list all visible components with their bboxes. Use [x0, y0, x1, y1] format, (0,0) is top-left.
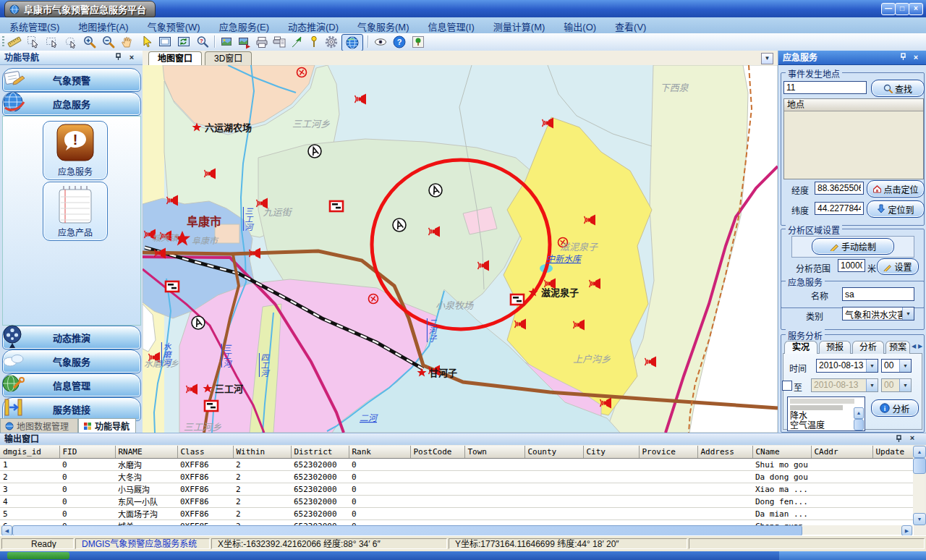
- settings-gear-icon[interactable]: [323, 34, 340, 50]
- tab-dropdown-button[interactable]: ▼: [761, 53, 773, 64]
- shelter-flag-icon[interactable]: [205, 401, 218, 411]
- column-header[interactable]: Town: [464, 446, 524, 459]
- search-button[interactable]: 查找: [871, 80, 925, 97]
- monitor-station-icon[interactable]: [429, 184, 442, 197]
- menu-item[interactable]: 系统管理(S): [0, 17, 69, 33]
- set-range-button[interactable]: 设置: [877, 258, 919, 275]
- column-header[interactable]: CName: [752, 446, 811, 459]
- emergency-product-button[interactable]: 应急产品: [43, 182, 108, 241]
- pan-hand-icon[interactable]: [119, 34, 136, 50]
- overview-tree-icon[interactable]: [409, 34, 427, 50]
- pin-icon[interactable]: [899, 53, 909, 63]
- longitude-input[interactable]: [815, 182, 864, 195]
- tab-3d-view[interactable]: 3D窗口: [205, 51, 252, 66]
- identify-icon[interactable]: ?: [194, 34, 211, 50]
- measure-icon[interactable]: [6, 34, 23, 50]
- select-element-icon[interactable]: [288, 34, 305, 50]
- zoom-in-icon[interactable]: [81, 34, 98, 50]
- restore-button[interactable]: □: [895, 3, 909, 15]
- column-header[interactable]: RNAME: [115, 446, 177, 459]
- pin-icon[interactable]: [894, 435, 904, 445]
- scroll-up-icon[interactable]: ▲: [913, 446, 926, 458]
- menu-item[interactable]: 气象服务(M): [348, 17, 419, 33]
- full-extent-icon[interactable]: [156, 34, 174, 50]
- service-type-select[interactable]: 气象和洪水灾害 ▼: [842, 307, 914, 321]
- date-select[interactable]: 2010-08-13 ▼: [816, 359, 878, 373]
- tab-plan[interactable]: 预案: [885, 341, 910, 354]
- menu-item[interactable]: 测量计算(M): [484, 17, 555, 33]
- location-list-header[interactable]: 地点: [784, 99, 923, 111]
- layers-icon[interactable]: [218, 34, 236, 50]
- hotlink-pin-icon[interactable]: [305, 34, 323, 50]
- element-listbox[interactable]: 降水空气温度 ▲: [787, 396, 865, 431]
- tab-map-view[interactable]: 地图窗口: [148, 51, 202, 66]
- scroll-left-icon[interactable]: ◀: [1, 525, 12, 536]
- scroll-thumb[interactable]: [12, 525, 802, 536]
- to-hour-select[interactable]: 00 ▼: [881, 378, 912, 392]
- globe-tool-icon[interactable]: [341, 34, 363, 51]
- close-icon[interactable]: ×: [911, 53, 921, 63]
- location-list-body[interactable]: [784, 111, 923, 179]
- scroll-up-icon[interactable]: ▲: [854, 407, 864, 419]
- click-locate-button[interactable]: 点击定位: [867, 180, 925, 198]
- tab-forecast[interactable]: 预报: [819, 341, 851, 354]
- refresh-icon[interactable]: [175, 34, 192, 50]
- menu-item[interactable]: 气象预警(W): [138, 17, 210, 33]
- column-header[interactable]: Rank: [349, 446, 410, 459]
- help-icon[interactable]: ?: [391, 34, 408, 50]
- menu-item[interactable]: 信息管理(I): [419, 17, 484, 33]
- column-header[interactable]: District: [291, 446, 349, 459]
- column-header[interactable]: CAddr: [811, 446, 872, 459]
- column-header[interactable]: dmgis_id: [0, 446, 59, 459]
- tab-scroll-right-icon[interactable]: ▶: [918, 343, 922, 349]
- chevron-down-icon[interactable]: ▼: [902, 307, 914, 320]
- menu-item[interactable]: 动态推演(D): [279, 17, 348, 33]
- location-keyword-input[interactable]: [783, 81, 867, 94]
- column-header[interactable]: County: [524, 446, 583, 459]
- table-row[interactable]: 50大面场子沟0XFF86 26523020000 Da mian ...: [0, 508, 913, 520]
- table-row[interactable]: 40东风一小队0XFF86 26523020000 Dong fen...: [0, 496, 913, 508]
- shelter-flag-icon[interactable]: [330, 201, 343, 211]
- start-button-sliver[interactable]: [7, 552, 69, 559]
- analyze-button[interactable]: i 分析: [871, 399, 919, 417]
- eye-icon[interactable]: [372, 34, 389, 50]
- location-list[interactable]: 地点: [783, 98, 924, 179]
- scroll-down-icon[interactable]: ▼: [913, 513, 926, 525]
- zoom-out-icon[interactable]: [100, 34, 117, 50]
- scroll-right-icon[interactable]: ▶: [901, 525, 912, 536]
- select-rect-icon[interactable]: [43, 34, 61, 50]
- menu-item[interactable]: 查看(V): [606, 17, 655, 33]
- scroll-thumb[interactable]: [854, 419, 864, 430]
- column-header[interactable]: PostCode: [410, 446, 464, 459]
- shelter-flag-icon[interactable]: [166, 281, 179, 292]
- shelter-flag-icon[interactable]: [511, 294, 524, 305]
- hour-select[interactable]: 00 ▼: [881, 359, 912, 373]
- close-icon[interactable]: ×: [127, 53, 137, 63]
- menu-item[interactable]: 输出(O): [554, 17, 606, 33]
- menu-item[interactable]: 应急服务(E): [210, 17, 279, 33]
- locate-to-button[interactable]: 定位到: [867, 200, 925, 218]
- tab-map-data-management[interactable]: 地图数据管理: [0, 418, 78, 433]
- column-header[interactable]: Class: [177, 446, 233, 459]
- tab-analysis[interactable]: 分析: [852, 341, 884, 354]
- minimize-button[interactable]: —: [881, 3, 896, 15]
- manual-draw-button[interactable]: 手动绘制: [812, 238, 894, 255]
- column-header[interactable]: FID: [59, 446, 115, 459]
- close-button[interactable]: ×: [909, 3, 923, 15]
- to-checkbox[interactable]: [782, 381, 792, 391]
- pointer-icon[interactable]: [137, 34, 155, 50]
- service-name-input[interactable]: [842, 287, 914, 301]
- monitor-station-icon[interactable]: [308, 145, 321, 158]
- tab-live[interactable]: 实况: [784, 341, 817, 354]
- menu-item[interactable]: 地图操作(A): [69, 17, 137, 33]
- tab-scroll-left-icon[interactable]: ◀: [912, 343, 916, 349]
- column-header[interactable]: City: [583, 446, 639, 459]
- emergency-service-button[interactable]: ! 应急服务: [43, 121, 108, 180]
- print-icon[interactable]: [253, 34, 271, 50]
- chevron-down-icon[interactable]: ▼: [899, 360, 911, 372]
- monitor-station-icon[interactable]: [393, 219, 406, 232]
- table-row[interactable]: 10水磨沟0XFF86 26523020000 Shui mo gou: [0, 459, 913, 471]
- table-row[interactable]: 30小马厩沟0XFF86 26523020000 Xiao ma ...: [0, 483, 913, 496]
- select-polygon-icon[interactable]: [62, 34, 80, 50]
- column-header[interactable]: Address: [697, 446, 752, 459]
